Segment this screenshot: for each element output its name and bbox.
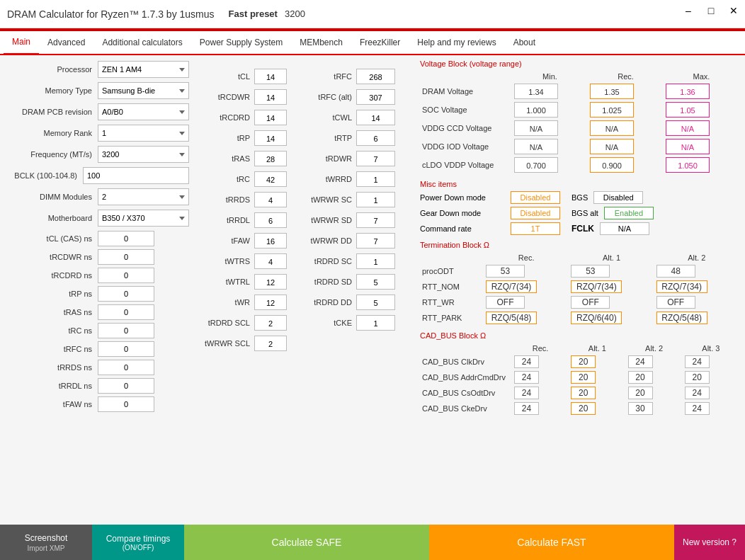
misc-block-title: Misc items [420,180,739,188]
menu-membench[interactable]: MEMbench [291,30,351,55]
cmd-rate-value: 1T [511,222,560,235]
trrdl-ns-input[interactable] [98,378,154,394]
menu-main[interactable]: Main [4,30,39,55]
menu-power[interactable]: Power Supply System [191,30,291,55]
trrds-label: tRRDS [198,195,254,204]
close-button[interactable]: ✕ [722,0,745,21]
compare-label: Compare timings [95,534,181,544]
trcdwr-ns-input[interactable] [98,249,154,265]
twrwr-scl-label: tWRWR SCL [198,339,254,348]
table-row: CAD_BUS ClkDrv 24 20 24 24 [420,354,739,370]
app-title: DRAM Calculator for Ryzen™ 1.7.3 by 1usm… [7,8,215,20]
screenshot-button[interactable]: Screenshot Import XMP [0,525,92,560]
minimize-button[interactable]: – [677,0,700,21]
trc-value: 42 [254,171,287,187]
trfc-alt-label: tRFC (alt) [300,93,356,101]
twrwr-scl-value: 2 [254,336,287,351]
dram-pcb-select[interactable]: A0/B0 [98,103,189,120]
tcl-value: 14 [254,69,287,84]
calculate-fast-button[interactable]: Calculate FAST [429,525,674,560]
compare-button[interactable]: Compare timings (ON/OFF) [92,525,184,560]
table-row: SOC Voltage 1.000 1.025 1.05 [420,101,739,119]
processor-select[interactable]: ZEN 1 AM4 [98,61,189,78]
fclk-value: N/A [600,222,649,235]
calculate-safe-button[interactable]: Calculate SAFE [184,525,429,560]
menu-freezkiller[interactable]: FreezKiller [351,30,409,55]
trrdl-value: 6 [254,212,287,228]
tras-ns-label: tRAS ns [6,308,98,316]
bgs-value: Disabled [593,191,643,204]
trfc-ns-input[interactable] [98,341,154,357]
trp-value: 14 [254,130,287,146]
twtrs-label: tWTRS [198,257,254,265]
trdwr-label: tRDWR [300,154,356,163]
bottom-bar: Screenshot Import XMP Compare timings (O… [0,525,745,560]
tfaw-label: tFAW [198,236,254,245]
trc-ns-input[interactable] [98,323,154,338]
tcl-ns-label: tCL (CAS) ns [6,234,98,243]
trcdwr-ns-label: tRCDWR ns [6,253,98,261]
trcdrd-label: tRCDRD [198,113,254,122]
tras-ns-input[interactable] [98,304,154,320]
memory-rank-select[interactable]: 1 [98,125,189,142]
trdwr-value: 7 [356,151,395,166]
bclk-input[interactable] [83,167,189,184]
twtrl-label: tWTRL [198,278,254,286]
twrwr-sd-label: tWRWR SD [300,216,356,224]
table-row: DRAM Voltage 1.34 1.35 1.36 [420,82,739,101]
trfc-label: tRFC [300,72,356,81]
twrwr-dd-label: tWRWR DD [300,236,356,245]
trp-ns-input[interactable] [98,286,154,302]
main-content: Processor ZEN 1 AM4 Memory Type Samsung … [0,55,745,525]
menu-additional[interactable]: Additional calculators [93,30,190,55]
trcdrd-value: 14 [254,110,287,125]
memory-type-label: Memory Type [6,86,98,95]
twr-value: 12 [254,295,287,310]
freq-value: 3200 [285,8,305,19]
restore-button[interactable]: □ [700,0,722,21]
tcwl-value: 14 [356,110,395,125]
memory-type-select[interactable]: Samsung B-die [98,82,189,99]
twr-label: tWR [198,298,254,307]
tcl-ns-input[interactable] [98,231,154,246]
dimm-select[interactable]: 2 [98,188,189,205]
menu-about[interactable]: About [505,30,544,55]
termination-block-title: Termination Block Ω [420,241,739,249]
gear-down-value: Disabled [511,207,560,219]
power-down-value: Disabled [511,191,560,204]
trdrd-sc-label: tRDRD SC [300,257,356,265]
new-version-button[interactable]: New version ? [674,525,745,560]
table-row: VDDG IOD Voltage N/A N/A N/A [420,137,739,156]
term-alt1-header: Alt. 1 [569,252,654,263]
dimm-label: DIMM Modules [6,193,98,201]
trc-ns-label: tRC ns [6,326,98,335]
tcke-value: 1 [356,315,395,331]
trrds-value: 4 [254,192,287,207]
dram-pcb-label: DRAM PCB revision [6,108,98,116]
tfaw-ns-input[interactable] [98,396,154,412]
timings-right-section: tRFC268 tRFC (alt)307 tCWL14 tRTP6 tRDWR… [300,68,395,352]
table-row: RTT_PARK RZQ/5(48) RZQ/6(40) RZQ/5(48) [420,310,739,326]
bgs-label: BGS [571,193,588,202]
twrrd-value: 1 [356,171,395,187]
trrdl-label: tRRDL [198,216,254,224]
menu-advanced[interactable]: Advanced [39,30,93,55]
table-row: cLDO VDDP Voltage 0.700 0.900 1.050 [420,156,739,174]
cad-rec-header: Rec. [512,343,569,354]
trcdrd-ns-input[interactable] [98,268,154,283]
trrds-ns-label: tRRDS ns [6,363,98,372]
trdrd-sd-value: 5 [356,274,395,290]
termination-table: Rec. Alt. 1 Alt. 2 procODT 53 53 48 RTT_… [420,252,739,326]
frequency-select[interactable]: 3200 [98,146,189,163]
memory-rank-label: Memory Rank [6,129,98,137]
trrds-ns-input[interactable] [98,360,154,375]
trdrd-dd-value: 5 [356,295,395,310]
voltage-min-header: Min. [512,71,588,82]
bgs-alt-label: BGS alt [571,209,598,217]
motherboard-select[interactable]: B350 / X370 [98,210,189,227]
tcke-label: tCKE [300,319,356,327]
trp-ns-label: tRP ns [6,290,98,298]
menu-help[interactable]: Help and my reviews [409,30,504,55]
cad-bus-table: Rec. Alt. 1 Alt. 2 Alt. 3 CAD_BUS ClkDrv… [420,343,739,416]
trcdwr-label: tRCDWR [198,93,254,101]
